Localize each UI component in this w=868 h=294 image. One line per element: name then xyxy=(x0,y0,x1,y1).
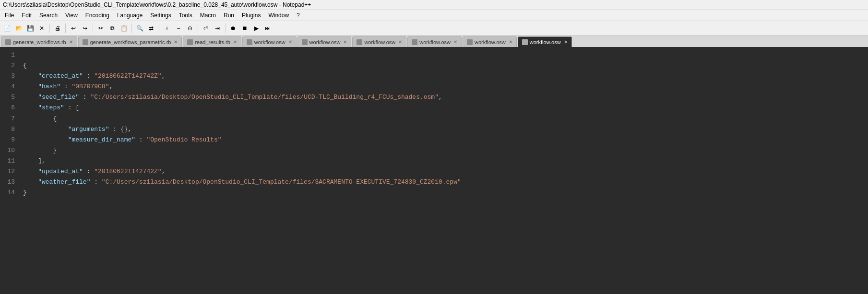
sep5 xyxy=(159,24,159,33)
tab-label: workflow.osw xyxy=(309,39,341,45)
cut-button[interactable]: ✂ xyxy=(95,23,106,34)
tab-close[interactable]: ✕ xyxy=(564,39,568,45)
tabs-bar: generate_workflows.rb ✕ generate_workflo… xyxy=(0,35,868,48)
line-num-2: 2 xyxy=(2,60,15,71)
tab-read-results[interactable]: read_results.rb ✕ xyxy=(183,36,241,47)
tab-label: read_results.rb xyxy=(195,39,230,45)
paste-button[interactable]: 📋 xyxy=(119,23,129,34)
tab-icon xyxy=(5,39,11,45)
line-num-7: 7 xyxy=(2,114,15,124)
tab-icon xyxy=(357,39,362,45)
line-num-1: 1 xyxy=(2,50,15,60)
open-button[interactable]: 📂 xyxy=(13,23,24,34)
tab-workflow-active[interactable]: workflow.osw ✕ xyxy=(518,36,572,47)
tab-workflow-5[interactable]: workflow.osw ✕ xyxy=(463,36,517,47)
tab-icon xyxy=(187,39,193,45)
tab-icon xyxy=(83,39,88,45)
tab-workflow-4[interactable]: workflow.osw ✕ xyxy=(407,36,462,47)
tab-workflow-1[interactable]: workflow.osw ✕ xyxy=(242,36,297,47)
title-text: C:\Users\szilasia\Desktop\OpenStudio_CLI… xyxy=(3,1,311,8)
tab-close[interactable]: ✕ xyxy=(453,39,457,45)
tab-label: workflow.osw xyxy=(364,39,395,45)
tab-close[interactable]: ✕ xyxy=(174,39,178,45)
line-num-14: 14 xyxy=(2,188,15,198)
play-macro-button[interactable]: ▶ xyxy=(251,23,262,34)
menu-help[interactable]: ? xyxy=(293,11,304,20)
menu-window[interactable]: Window xyxy=(264,11,293,20)
indent-button[interactable]: ⇥ xyxy=(212,23,223,34)
new-button[interactable]: 📄 xyxy=(2,23,12,34)
title-bar: C:\Users\szilasia\Desktop\OpenStudio_CLI… xyxy=(0,0,868,10)
menu-language[interactable]: Language xyxy=(113,11,146,20)
line-num-9: 9 xyxy=(2,135,15,145)
undo-button[interactable]: ↩ xyxy=(68,23,79,34)
tab-icon xyxy=(412,39,417,45)
menu-bar: File Edit Search View Encoding Language … xyxy=(0,10,868,21)
tab-close[interactable]: ✕ xyxy=(233,39,237,45)
tab-generate-workflows[interactable]: generate_workflows.rb ✕ xyxy=(1,36,77,47)
menu-file[interactable]: File xyxy=(1,11,18,20)
menu-plugins[interactable]: Plugins xyxy=(238,11,264,20)
menu-edit[interactable]: Edit xyxy=(18,11,36,20)
wrap-button[interactable]: ⏎ xyxy=(201,23,211,34)
line-num-4: 4 xyxy=(2,82,15,92)
tab-close[interactable]: ✕ xyxy=(343,39,347,45)
tab-workflow-3[interactable]: workflow.osw ✕ xyxy=(352,36,406,47)
print-button[interactable]: 🖨 xyxy=(52,23,63,34)
line-num-5: 5 xyxy=(2,92,15,103)
line-num-10: 10 xyxy=(2,145,15,156)
copy-button[interactable]: ⧉ xyxy=(107,23,118,34)
replace-button[interactable]: ⇄ xyxy=(146,23,156,34)
line-num-6: 6 xyxy=(2,103,15,113)
tab-label: generate_workflows.rb xyxy=(13,39,66,45)
tab-icon xyxy=(467,39,473,45)
tab-label: workflow.osw xyxy=(475,39,506,45)
menu-macro[interactable]: Macro xyxy=(196,11,220,20)
stop-record-button[interactable]: ⏹ xyxy=(239,23,250,34)
sep7 xyxy=(225,24,226,33)
tab-icon xyxy=(247,39,252,45)
zoom-in-button[interactable]: + xyxy=(162,23,172,34)
line-numbers: 1 2 3 4 5 6 7 8 9 10 11 12 13 14 xyxy=(0,48,19,287)
run-macro-button[interactable]: ⏭ xyxy=(262,23,273,34)
restore-zoom-button[interactable]: ⊙ xyxy=(185,23,195,34)
line-num-12: 12 xyxy=(2,166,15,177)
line-num-3: 3 xyxy=(2,71,15,82)
line-num-11: 11 xyxy=(2,156,15,166)
menu-view[interactable]: View xyxy=(61,11,82,20)
tab-generate-workflows-parametric[interactable]: generate_workflows_parametric.rb ✕ xyxy=(78,36,182,47)
sep3 xyxy=(93,24,93,33)
sep2 xyxy=(65,24,66,33)
search-toolbar-button[interactable]: 🔍 xyxy=(134,23,145,34)
save-button[interactable]: 💾 xyxy=(25,23,36,34)
tab-icon xyxy=(522,39,528,45)
tab-workflow-2[interactable]: workflow.osw ✕ xyxy=(297,36,352,47)
sep4 xyxy=(131,24,132,33)
sep1 xyxy=(49,24,50,33)
record-button[interactable]: ⏺ xyxy=(228,23,238,34)
zoom-out-button[interactable]: − xyxy=(173,23,184,34)
tab-icon xyxy=(302,39,308,45)
menu-search[interactable]: Search xyxy=(36,11,61,20)
code-area: 1 2 3 4 5 6 7 8 9 10 11 12 13 14 { "crea… xyxy=(0,48,868,287)
sep6 xyxy=(198,24,198,33)
tab-label: workflow.osw xyxy=(419,39,451,45)
close-button[interactable]: ✕ xyxy=(36,23,47,34)
tab-label: generate_workflows_parametric.rb xyxy=(90,39,171,45)
code-editor[interactable]: { "created_at" : "20180622T142742Z", "ha… xyxy=(19,48,868,287)
menu-encoding[interactable]: Encoding xyxy=(82,11,113,20)
tab-close[interactable]: ✕ xyxy=(69,39,73,45)
tab-label: workflow.osw xyxy=(254,39,285,45)
toolbar: 📄 📂 💾 ✕ 🖨 ↩ ↪ ✂ ⧉ 📋 🔍 ⇄ + − ⊙ ⏎ ⇥ ⏺ ⏹ ▶ … xyxy=(0,21,868,35)
line-num-8: 8 xyxy=(2,124,15,135)
menu-tools[interactable]: Tools xyxy=(175,11,196,20)
line-num-13: 13 xyxy=(2,177,15,188)
tab-close[interactable]: ✕ xyxy=(398,39,402,45)
redo-button[interactable]: ↪ xyxy=(80,23,90,34)
tab-close[interactable]: ✕ xyxy=(288,39,292,45)
tab-label: workflow.osw xyxy=(530,39,561,45)
menu-run[interactable]: Run xyxy=(220,11,238,20)
tab-close[interactable]: ✕ xyxy=(509,39,512,45)
menu-settings[interactable]: Settings xyxy=(146,11,175,20)
